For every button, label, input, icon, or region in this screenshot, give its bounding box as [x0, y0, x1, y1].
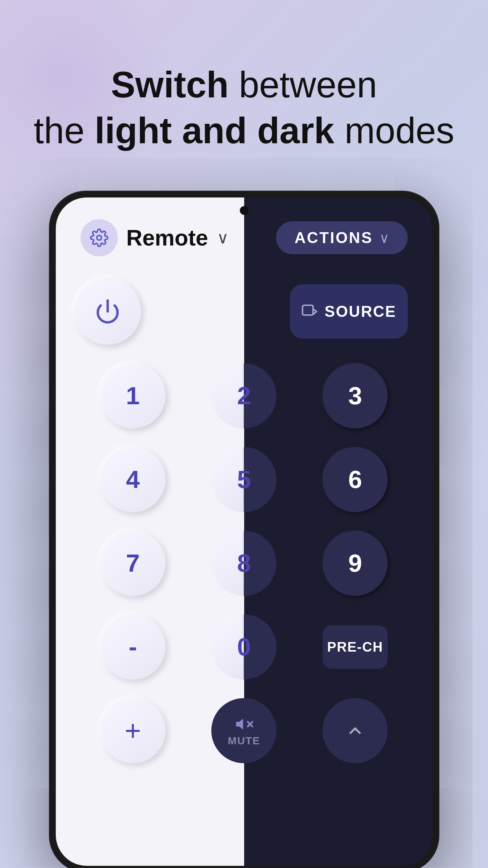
- btn-1[interactable]: 1: [100, 363, 165, 428]
- prech-label: PRE-CH: [327, 639, 383, 655]
- mute-label: MUTE: [228, 735, 260, 747]
- remote-label: Remote: [126, 225, 208, 250]
- headline-between: between: [229, 64, 377, 105]
- btn-4[interactable]: 4: [100, 447, 165, 512]
- power-button[interactable]: [74, 278, 141, 345]
- btn-channel-up[interactable]: [323, 698, 388, 763]
- actions-label: ACTIONS: [295, 229, 373, 247]
- phone-mockup: Remote ∨ ACTIONS ∨: [49, 191, 440, 868]
- num-2-label: 2: [237, 382, 251, 410]
- power-icon: [95, 298, 121, 324]
- camera-notch: [240, 206, 249, 215]
- plus-icon: +: [125, 715, 141, 747]
- btn-2[interactable]: 2: [211, 363, 276, 428]
- btn-prech[interactable]: PRE-CH: [323, 625, 388, 669]
- headline-the: the: [34, 110, 95, 151]
- num-3-label: 3: [348, 382, 362, 410]
- num-5-label: 5: [237, 465, 251, 494]
- btn-5[interactable]: 5: [211, 447, 276, 512]
- gear-icon: [90, 228, 108, 247]
- headline-switch: Switch: [111, 64, 229, 105]
- btn-volume-up[interactable]: +: [100, 698, 165, 763]
- num-0-label: 0: [237, 633, 251, 661]
- num-4-label: 4: [126, 465, 140, 494]
- row-789: 7 8 9: [74, 531, 414, 596]
- remote-chevron-icon[interactable]: ∨: [217, 228, 229, 247]
- row-dash-0-prech: - 0 PRE-CH: [74, 614, 414, 680]
- phone-screen: Remote ∨ ACTIONS ∨: [56, 197, 432, 866]
- dash-label: -: [129, 633, 137, 661]
- num-8-label: 8: [237, 549, 251, 578]
- num-1-label: 1: [126, 382, 140, 410]
- source-icon: [301, 303, 318, 320]
- btn-mute[interactable]: MUTE: [211, 698, 276, 763]
- source-button[interactable]: SOURCE: [290, 284, 408, 339]
- headline-modes: modes: [334, 110, 454, 151]
- source-label: SOURCE: [325, 303, 397, 320]
- phone-body: Remote ∨ ACTIONS ∨: [49, 191, 440, 868]
- row-power-source: SOURCE: [74, 278, 414, 345]
- btn-9[interactable]: 9: [323, 531, 388, 596]
- row-bottom: + MUTE: [74, 698, 414, 763]
- left-controls: Remote ∨: [80, 219, 229, 256]
- phone-ui: Remote ∨ ACTIONS ∨: [56, 197, 432, 866]
- mute-icon: [234, 715, 253, 734]
- headline-light-dark: light and dark: [95, 110, 335, 151]
- btn-8[interactable]: 8: [211, 531, 276, 596]
- btn-3[interactable]: 3: [323, 363, 388, 428]
- gear-button[interactable]: [80, 219, 118, 256]
- row-123: 1 2 3: [74, 363, 414, 428]
- actions-chevron-icon: ∨: [379, 230, 389, 246]
- num-6-label: 6: [348, 465, 362, 494]
- svg-marker-2: [236, 719, 243, 730]
- btn-0[interactable]: 0: [211, 614, 276, 680]
- btn-7[interactable]: 7: [100, 531, 165, 596]
- num-9-label: 9: [348, 549, 362, 578]
- btn-dash[interactable]: -: [100, 614, 165, 680]
- row-456: 4 5 6: [74, 447, 414, 512]
- up-arrow-icon: [346, 721, 364, 740]
- buttons-grid: SOURCE 1 2 3: [56, 266, 432, 866]
- btn-6[interactable]: 6: [323, 447, 388, 512]
- num-7-label: 7: [126, 549, 140, 578]
- svg-rect-1: [302, 305, 313, 315]
- actions-button[interactable]: ACTIONS ∨: [276, 221, 408, 254]
- headline: Switch between the light and dark modes: [34, 62, 454, 153]
